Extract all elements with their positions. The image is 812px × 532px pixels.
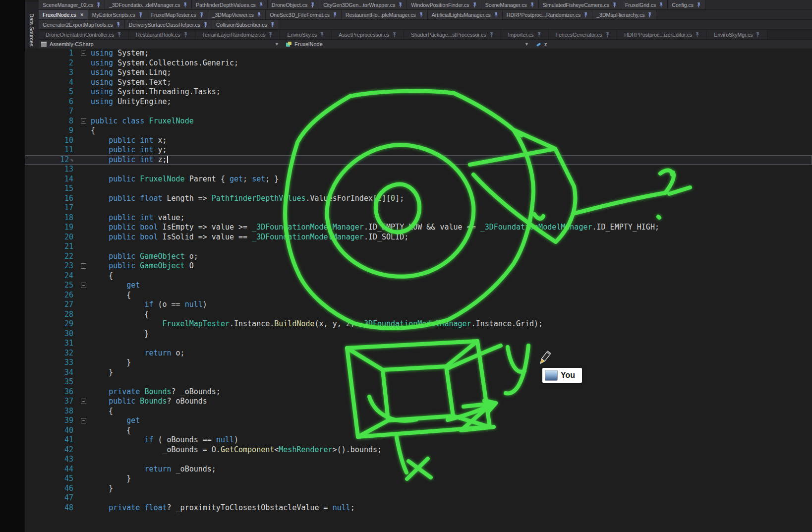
- tab-RestaurantHook.cs[interactable]: RestaurantHook.cs: [129, 30, 195, 39]
- code-line-22[interactable]: 22 public GameObject o;: [25, 252, 812, 262]
- code-line-23[interactable]: 23− public GameObject O: [25, 261, 812, 271]
- code-line-39[interactable]: 39− get: [25, 416, 812, 426]
- tab-DroneOrientationController.cs[interactable]: DroneOrientationController.cs: [39, 30, 129, 39]
- code-line-32[interactable]: 32 return o;: [25, 349, 812, 358]
- code-line-25[interactable]: 25− get: [25, 281, 812, 291]
- tab-DeliverySurfaceClassHelper.cs[interactable]: DeliverySurfaceClassHelper.cs: [125, 20, 212, 29]
- code-line-6[interactable]: 6using UnityEngine;: [25, 97, 812, 107]
- tab-FruxelGrid.cs[interactable]: FruxelGrid.cs: [621, 0, 668, 9]
- tab-HDRPPostproc...Randomizer.cs[interactable]: HDRPPostproc...Randomizer.cs: [503, 10, 592, 19]
- tab-EnviroSky.cs[interactable]: EnviroSky.cs: [280, 30, 332, 39]
- pin-icon[interactable]: [138, 12, 143, 18]
- pin-icon[interactable]: [199, 12, 204, 18]
- fold-toggle-icon[interactable]: −: [81, 51, 86, 56]
- code-line-26[interactable]: 26 {: [25, 291, 812, 300]
- code-line-16[interactable]: 16 public float Length => PathfinderDept…: [25, 194, 812, 204]
- pin-icon[interactable]: [116, 22, 120, 28]
- tab-FruxelMapTester.cs[interactable]: FruxelMapTester.cs: [147, 10, 208, 19]
- tab-FruxelNode.cs[interactable]: FruxelNode.cs×: [39, 10, 88, 19]
- code-line-45[interactable]: 45 }: [25, 474, 812, 484]
- tab-OneSec3D_FileFormat.cs[interactable]: OneSec3D_FileFormat.cs: [266, 10, 342, 19]
- pin-icon[interactable]: [117, 32, 121, 38]
- pin-icon[interactable]: [310, 2, 315, 8]
- tab-SceneManager_02.cs[interactable]: SceneManager_02.cs: [39, 0, 105, 9]
- fold-toggle-icon[interactable]: −: [81, 263, 86, 269]
- pin-icon[interactable]: [696, 2, 701, 8]
- code-line-31[interactable]: 31: [25, 339, 812, 349]
- tab-SimulatedFisheyeCamera.cs[interactable]: SimulatedFisheyeCamera.cs: [539, 0, 621, 9]
- pin-icon[interactable]: [647, 12, 652, 18]
- code-line-27[interactable]: 27 if (o == null): [25, 300, 812, 310]
- tab-Generator2ExportMapTools.cs[interactable]: Generator2ExportMapTools.cs: [39, 20, 125, 29]
- code-line-14[interactable]: 14 public FruxelNode Parent { get; set; …: [25, 175, 812, 184]
- tab-MyEditorScripts.cs[interactable]: MyEditorScripts.cs: [88, 10, 147, 19]
- pin-icon[interactable]: [612, 2, 617, 8]
- code-line-43[interactable]: 43: [25, 455, 812, 465]
- code-line-30[interactable]: 30 }: [25, 329, 812, 339]
- tab-Config.cs[interactable]: Config.cs: [668, 0, 705, 9]
- code-line-19[interactable]: 19 public bool IsEmpty => value >= _3DFo…: [25, 223, 812, 233]
- breadcrumb-type[interactable]: FruxelNode ▼: [283, 40, 533, 49]
- code-line-7[interactable]: 7: [25, 107, 812, 117]
- tab-EnviroSkyMgr.cs[interactable]: EnviroSkyMgr.cs: [707, 30, 767, 39]
- pin-icon[interactable]: [605, 32, 610, 38]
- code-line-10[interactable]: 10 public int x;: [25, 136, 812, 146]
- tab-ShaderPackage...stProcessor.cs[interactable]: ShaderPackage...stProcessor.cs: [404, 30, 501, 39]
- tab-FencesGenerator.cs[interactable]: FencesGenerator.cs: [549, 30, 618, 39]
- code-line-12[interactable]: 12✎ public int z;: [25, 155, 812, 165]
- code-line-11[interactable]: 11 public int y;: [25, 145, 812, 155]
- pin-icon[interactable]: [392, 32, 397, 38]
- tab-_3DMapViewer.cs[interactable]: _3DMapViewer.cs: [208, 10, 266, 19]
- pin-icon[interactable]: [494, 12, 498, 18]
- breadcrumb-member[interactable]: z: [533, 40, 812, 49]
- code-line-18[interactable]: 18 public int value;: [25, 213, 812, 223]
- code-line-36[interactable]: 36 private Bounds? _oBounds;: [25, 387, 812, 397]
- tab-WindowPositionFinder.cs[interactable]: WindowPositionFinder.cs: [407, 0, 481, 9]
- code-line-13[interactable]: 13: [25, 165, 812, 175]
- code-line-21[interactable]: 21: [25, 242, 812, 252]
- code-line-5[interactable]: 5using System.Threading.Tasks;: [25, 87, 812, 97]
- tab-_3DMapHierarchy.cs[interactable]: _3DMapHierarchy.cs: [592, 10, 656, 19]
- code-line-44[interactable]: 44 return _oBounds;: [25, 465, 812, 474]
- pin-icon[interactable]: [419, 12, 423, 18]
- code-line-4[interactable]: 4using System.Text;: [25, 78, 812, 88]
- code-line-29[interactable]: 29 FruxelMapTester.Instance.BuildNode(x,…: [25, 319, 812, 329]
- code-line-8[interactable]: 8−public class FruxelNode: [25, 117, 812, 126]
- fold-toggle-icon[interactable]: −: [81, 283, 86, 288]
- pin-icon[interactable]: [183, 2, 187, 8]
- tab-RestaurantHo...pleManager.cs[interactable]: RestaurantHo...pleManager.cs: [342, 10, 428, 19]
- pin-icon[interactable]: [257, 12, 261, 18]
- pin-icon[interactable]: [659, 2, 663, 8]
- code-line-20[interactable]: 20 public bool IsSolid => value == _3DFo…: [25, 233, 812, 242]
- pin-icon[interactable]: [755, 32, 760, 38]
- code-line-24[interactable]: 24 {: [25, 271, 812, 281]
- code-line-17[interactable]: 17: [25, 203, 812, 213]
- pin-icon[interactable]: [583, 12, 588, 18]
- code-line-33[interactable]: 33 }: [25, 358, 812, 368]
- pin-icon[interactable]: [320, 32, 324, 38]
- code-line-37[interactable]: 37− public Bounds? oBounds: [25, 397, 812, 407]
- code-line-46[interactable]: 46 }: [25, 484, 812, 494]
- code-line-3[interactable]: 3using System.Linq;: [25, 68, 812, 78]
- pin-icon[interactable]: [489, 32, 494, 38]
- tab-ArtificialLightsManager.cs[interactable]: ArtificialLightsManager.cs: [428, 10, 503, 19]
- fold-toggle-icon[interactable]: −: [81, 418, 86, 423]
- pin-icon[interactable]: [183, 32, 188, 38]
- pin-icon[interactable]: [398, 2, 403, 8]
- code-line-15[interactable]: 15: [25, 184, 812, 194]
- code-editor[interactable]: 1−using System;2using System.Collections…: [25, 49, 812, 532]
- chevron-down-icon[interactable]: ▼: [275, 42, 283, 47]
- code-line-34[interactable]: 34 }: [25, 368, 812, 378]
- pin-icon[interactable]: [695, 32, 699, 38]
- pin-icon[interactable]: [203, 22, 208, 28]
- code-line-41[interactable]: 41 if (_oBounds == null): [25, 435, 812, 445]
- pin-icon[interactable]: [472, 2, 477, 8]
- tab-CollisionSubscriber.cs[interactable]: CollisionSubscriber.cs: [212, 20, 279, 29]
- tab-SceneManager.cs[interactable]: SceneManager.cs: [481, 0, 539, 9]
- tab-AssetPreprocessor.cs[interactable]: AssetPreprocessor.cs: [332, 30, 404, 39]
- breadcrumb-project[interactable]: Assembly-CSharp ▼: [39, 40, 283, 49]
- code-line-42[interactable]: 42 _oBounds = O.GetComponent<MeshRendere…: [25, 445, 812, 455]
- code-line-1[interactable]: 1−using System;: [25, 49, 812, 59]
- tab-PathfinderDepthValues.cs[interactable]: PathfinderDepthValues.cs: [192, 0, 268, 9]
- code-line-28[interactable]: 28 {: [25, 310, 812, 320]
